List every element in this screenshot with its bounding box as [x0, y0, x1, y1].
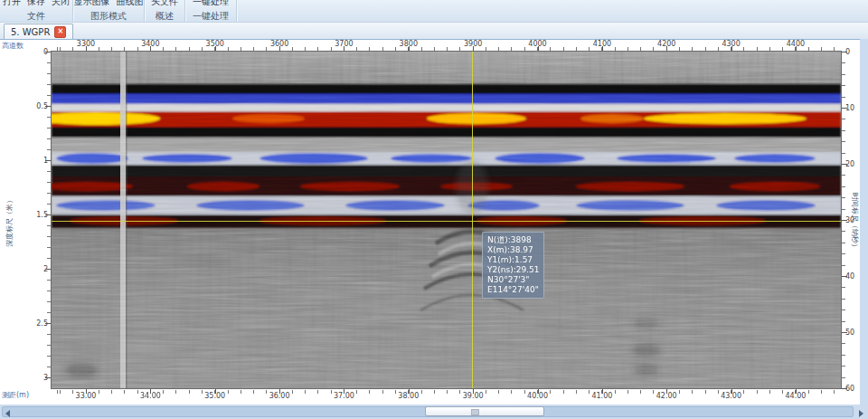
- tooltip-line-5: E114°27'40": [487, 285, 539, 295]
- bottom-axis-tick-mark: [666, 389, 667, 394]
- ribbon-group-label: 图形模式: [73, 11, 144, 22]
- ribbon-group-label: 文件: [0, 11, 72, 22]
- tab-bar: 5. WGPR ×: [0, 23, 868, 40]
- bottom-axis-tick-mark: [796, 389, 797, 394]
- right-axis-tick-mark: [842, 388, 847, 389]
- left-axis-tick-mark: [45, 269, 51, 270]
- tooltip-line-0: N(道):3898: [487, 235, 539, 245]
- left-axis-tick-mark: [45, 323, 51, 324]
- right-gutter: [860, 39, 868, 405]
- top-axis-tick-mark: [150, 46, 151, 51]
- radargram-image[interactable]: [52, 52, 841, 388]
- crosshair-vertical-line: [472, 52, 473, 388]
- bottom-axis-tick-mark: [279, 389, 280, 394]
- top-axis-tick-mark: [796, 46, 797, 51]
- ribbon-item-0-0[interactable]: 打开: [3, 0, 21, 11]
- bottom-axis-tick-mark: [538, 389, 539, 394]
- right-axis-tick-mark: [842, 220, 847, 221]
- top-axis-tick-mark: [731, 46, 732, 51]
- top-axis-tick-mark: [602, 46, 603, 51]
- bottom-axis-tick-mark: [344, 389, 344, 394]
- right-axis-tick-mark: [842, 52, 847, 52]
- tooltip-line-3: Y2(ns):29.51: [487, 265, 539, 275]
- top-axis-tick-mark: [538, 46, 539, 51]
- left-axis-tick-label: 1: [21, 157, 48, 165]
- bottom-axis-tick-mark: [473, 389, 474, 394]
- right-axis-tick-mark: [842, 332, 847, 333]
- top-axis-tick-mark: [215, 46, 216, 51]
- left-axis-tick-label: 0: [21, 48, 48, 56]
- ribbon-item-2-0[interactable]: 头文件: [151, 0, 178, 11]
- bottom-axis-tick-mark: [409, 389, 410, 394]
- right-axis-tick-mark: [842, 108, 847, 109]
- top-axis-tick-mark: [409, 46, 410, 51]
- left-axis-tick-label: 3: [21, 374, 48, 382]
- ribbon-item-0-2[interactable]: 关闭: [52, 0, 70, 11]
- ribbon-group-2: 头文件概述: [145, 0, 185, 22]
- scroll-left-arrow-icon[interactable]: [5, 410, 10, 417]
- ribbon-group-0: 打开保存关闭文件: [0, 0, 73, 22]
- radargram-plot[interactable]: [51, 51, 842, 389]
- ribbon-group-1: 显示图像曲线图图形模式: [73, 0, 145, 22]
- ribbon-group-label: 概述: [145, 11, 184, 22]
- ribbon-item-1-1[interactable]: 曲线图: [117, 0, 144, 11]
- right-axis-tick-mark: [842, 276, 847, 277]
- left-axis-tick-label: 1.5: [21, 211, 48, 219]
- ribbon-item-0-1[interactable]: 保存: [27, 0, 45, 11]
- ribbon-group-2-items: 头文件: [145, 0, 184, 11]
- gpr-app-window: 打开保存关闭文件显示图像曲线图图形模式头文件概述一键处理一键处理 5. WGPR…: [0, 0, 868, 419]
- ribbon-group-3-items: 一键处理: [185, 0, 236, 11]
- right-axis-tick-mark: [842, 164, 847, 165]
- left-axis-tick-mark: [45, 52, 51, 52]
- top-axis-tick-mark: [86, 46, 87, 51]
- left-axis-tick-mark: [45, 160, 51, 161]
- ribbon-group-0-items: 打开保存关闭: [0, 0, 72, 11]
- tooltip-line-4: N30°27'3": [487, 275, 539, 285]
- left-axis-tick-mark: [45, 214, 51, 215]
- top-axis-tick-mark: [473, 46, 474, 51]
- ribbon-group-label: 一键处理: [185, 11, 236, 22]
- left-axis-tick-label: 2: [21, 265, 48, 273]
- ribbon-groups: 打开保存关闭文件显示图像曲线图图形模式头文件概述一键处理一键处理: [0, 0, 868, 22]
- left-axis-tick-mark: [45, 377, 51, 378]
- tooltip-line-2: Y1(m):1.57: [487, 255, 539, 265]
- tab-close-icon[interactable]: ×: [54, 26, 66, 38]
- left-axis-tick-label: 0.5: [21, 102, 48, 110]
- ribbon-toolbar: 打开保存关闭文件显示图像曲线图图形模式头文件概述一键处理一键处理: [0, 0, 868, 23]
- bottom-axis-tick-mark: [215, 389, 216, 394]
- top-axis-tick-mark: [666, 46, 667, 51]
- ribbon-item-3-0[interactable]: 一键处理: [193, 0, 229, 11]
- left-axis-tick-label: 2.5: [21, 319, 48, 328]
- tab-label: 5. WGPR: [11, 27, 50, 37]
- scrollbar-thumb-grip: [471, 409, 479, 415]
- bottom-axis-tick-mark: [150, 389, 151, 394]
- bottom-axis-tick-mark: [731, 389, 732, 394]
- scroll-right-arrow-icon[interactable]: [859, 410, 863, 417]
- corner-label-distance: 测距(m): [2, 390, 29, 400]
- tab-wgpr[interactable]: 5. WGPR ×: [4, 24, 73, 39]
- top-axis-tick-mark: [344, 46, 344, 51]
- tooltip-line-1: X(m):38.97: [487, 245, 539, 255]
- ribbon-group-1-items: 显示图像曲线图: [73, 0, 144, 11]
- cursor-readout-tooltip: N(道):3898X(m):38.97Y1(m):1.57Y2(ns):29.5…: [482, 232, 544, 299]
- bottom-axis-tick-mark: [86, 389, 87, 394]
- left-axis-tick-mark: [45, 106, 51, 107]
- bottom-axis-tick-mark: [602, 389, 603, 394]
- top-axis-tick-mark: [279, 46, 280, 51]
- left-axis-title: 深度标尺（米）: [5, 196, 14, 247]
- crosshair-horizontal-line: [52, 221, 841, 222]
- ribbon-group-3: 一键处理一键处理: [185, 0, 237, 22]
- scrollbar-thumb[interactable]: [425, 406, 544, 416]
- ribbon-item-1-0[interactable]: 显示图像: [74, 0, 110, 11]
